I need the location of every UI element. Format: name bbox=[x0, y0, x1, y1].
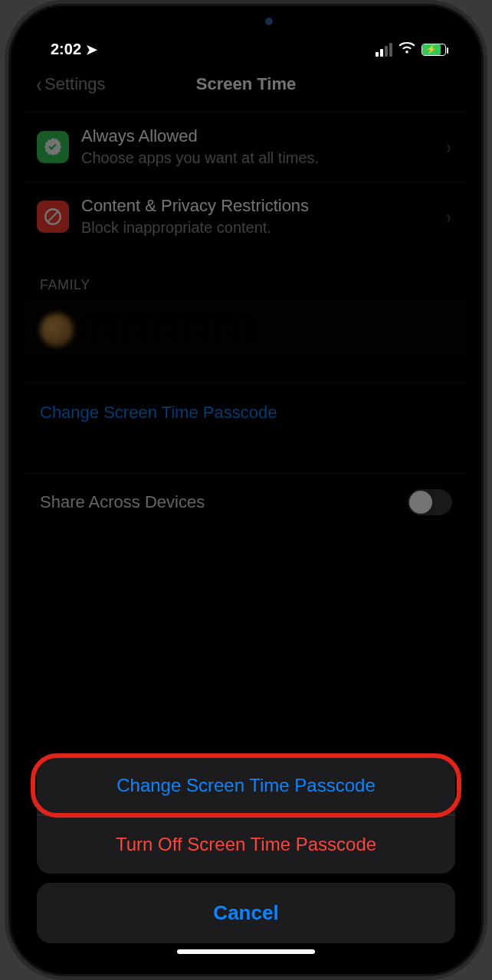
chevron-right-icon: › bbox=[447, 136, 451, 159]
action-turn-off-passcode[interactable]: Turn Off Screen Time Passcode bbox=[37, 815, 455, 874]
family-member-row[interactable] bbox=[25, 301, 467, 359]
cellular-signal-icon bbox=[376, 43, 392, 57]
action-sheet: Change Screen Time Passcode Turn Off Scr… bbox=[37, 756, 455, 943]
share-toggle[interactable] bbox=[408, 489, 452, 515]
share-across-devices-row[interactable]: Share Across Devices bbox=[25, 473, 467, 531]
volume-silence-switch bbox=[5, 122, 11, 161]
row-content-privacy[interactable]: Content & Privacy Restrictions Block ina… bbox=[25, 181, 467, 251]
row-title: Always Allowed bbox=[81, 126, 433, 146]
status-bar: 2:02 ➤ ⚡ bbox=[25, 20, 467, 61]
chevron-right-icon: › bbox=[447, 205, 451, 229]
location-icon: ➤ bbox=[86, 41, 97, 58]
section-family-header: FAMILY bbox=[25, 251, 467, 301]
restrictions-icon bbox=[37, 201, 69, 233]
row-always-allowed[interactable]: Always Allowed Choose apps you want at a… bbox=[25, 112, 467, 181]
volume-up-button bbox=[5, 191, 11, 268]
status-time: 2:02 bbox=[51, 41, 81, 58]
avatar bbox=[40, 313, 74, 347]
action-change-passcode[interactable]: Change Screen Time Passcode bbox=[37, 756, 455, 815]
row-subtitle: Choose apps you want at all times. bbox=[81, 148, 433, 168]
wifi-icon bbox=[399, 41, 415, 58]
svg-line-1 bbox=[48, 212, 58, 222]
back-label: Settings bbox=[44, 74, 106, 94]
row-title: Content & Privacy Restrictions bbox=[81, 196, 433, 216]
nav-bar: ‹ Settings Screen Time bbox=[25, 61, 467, 107]
battery-icon: ⚡ bbox=[421, 44, 446, 56]
page-title: Screen Time bbox=[196, 74, 296, 94]
row-subtitle: Block inappropriate content. bbox=[81, 217, 433, 237]
iphone-frame: 2:02 ➤ ⚡ ‹ Settings Screen Time bbox=[11, 6, 481, 974]
volume-down-button bbox=[5, 283, 11, 360]
home-indicator[interactable] bbox=[177, 949, 315, 954]
screen: 2:02 ➤ ⚡ ‹ Settings Screen Time bbox=[25, 20, 467, 960]
side-power-button bbox=[481, 207, 487, 306]
back-button[interactable]: ‹ Settings bbox=[35, 73, 106, 96]
toggle-label: Share Across Devices bbox=[40, 492, 205, 512]
action-cancel[interactable]: Cancel bbox=[37, 883, 455, 943]
change-passcode-link[interactable]: Change Screen Time Passcode bbox=[25, 382, 467, 443]
chevron-left-icon: ‹ bbox=[37, 73, 42, 96]
family-member-name-redacted bbox=[84, 319, 253, 341]
always-allowed-icon bbox=[37, 131, 69, 163]
